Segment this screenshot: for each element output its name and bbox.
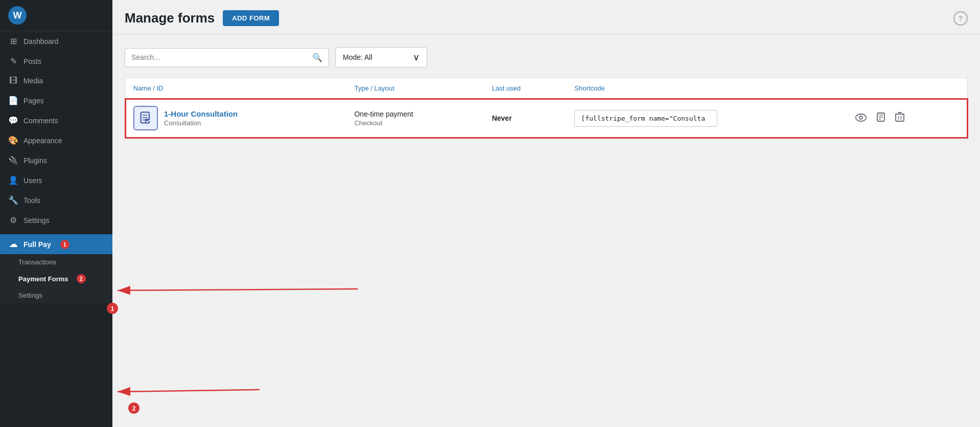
col-actions (847, 78, 967, 99)
search-box[interactable]: 🔍 (125, 48, 329, 67)
sidebar-subitem-transactions[interactable]: Transactions (0, 254, 112, 270)
forms-table: Name / ID Type / Layout Last used Shortc… (125, 78, 968, 138)
form-actions-cell (847, 99, 967, 138)
tools-icon: 🔧 (8, 195, 18, 205)
form-sub-label: Consultation (164, 119, 238, 127)
table-row: 1-Hour Consultation Consultation One-tim… (125, 99, 968, 138)
users-icon: 👤 (8, 175, 18, 185)
sidebar-subitem-settings[interactable]: Settings (0, 287, 112, 303)
posts-icon: ✎ (8, 56, 18, 66)
wp-logo: W (8, 6, 27, 25)
form-shortcode-cell: [fullstripe_form name="Consulta (566, 99, 847, 138)
fullpay-icon: ☁ (8, 239, 18, 249)
sidebar-subitem-payment-forms[interactable]: Payment Forms 2 (0, 270, 112, 287)
media-icon: 🎞 (8, 76, 18, 85)
sidebar: W ⊞ Dashboard ✎ Posts 🎞 Media 📄 Pages 💬 … (0, 0, 112, 427)
delete-icon[interactable] (895, 112, 904, 125)
sidebar-item-dashboard[interactable]: ⊞ Dashboard (0, 31, 112, 51)
page-header: Manage forms ADD FORM ? (112, 0, 980, 35)
action-icons (855, 112, 959, 125)
shortcode-box[interactable]: [fullstripe_form name="Consulta (574, 110, 717, 127)
sidebar-item-appearance[interactable]: 🎨 Appearance (0, 130, 112, 150)
col-last-used: Last used (484, 78, 567, 99)
payment-forms-badge: 2 (77, 274, 86, 283)
settings-icon: ⚙ (8, 215, 18, 225)
sidebar-item-media[interactable]: 🎞 Media (0, 71, 112, 91)
form-name-link[interactable]: 1-Hour Consultation (164, 109, 238, 118)
sidebar-item-settings[interactable]: ⚙ Settings (0, 210, 112, 230)
form-type-cell: One-time payment Checkout (346, 99, 483, 138)
sidebar-item-pages[interactable]: 📄 Pages (0, 91, 112, 110)
sidebar-item-fullpay[interactable]: ☁ Full Pay 1 (0, 234, 112, 254)
dashboard-icon: ⊞ (8, 36, 18, 46)
table-header-row: Name / ID Type / Layout Last used Shortc… (125, 78, 968, 99)
form-name-cell: 1-Hour Consultation Consultation (125, 99, 346, 138)
col-type-layout: Type / Layout (346, 78, 483, 99)
form-last-used-cell: Never (484, 99, 567, 138)
edit-icon[interactable] (876, 112, 886, 125)
page-title: Manage forms (125, 10, 215, 26)
mode-select[interactable]: Mode: All ∨ (335, 47, 427, 68)
svg-rect-10 (896, 114, 904, 121)
search-icon: 🔍 (312, 53, 322, 62)
add-form-button[interactable]: ADD FORM (223, 10, 279, 26)
sidebar-item-plugins[interactable]: 🔌 Plugins (0, 150, 112, 170)
sidebar-item-comments[interactable]: 💬 Comments (0, 110, 112, 130)
svg-point-5 (859, 116, 862, 119)
view-icon[interactable] (855, 113, 867, 124)
sidebar-item-posts[interactable]: ✎ Posts (0, 51, 112, 71)
fullpay-badge: 1 (60, 240, 69, 249)
col-shortcode: Shortcode (566, 78, 847, 99)
form-name-info: 1-Hour Consultation Consultation (164, 109, 238, 127)
plugins-icon: 🔌 (8, 155, 18, 165)
comments-icon: 💬 (8, 116, 18, 125)
sidebar-item-users[interactable]: 👤 Users (0, 170, 112, 190)
sidebar-item-tools[interactable]: 🔧 Tools (0, 190, 112, 210)
content-area: 🔍 Mode: All ∨ Name / ID Type / Layout La… (112, 35, 980, 427)
search-input[interactable] (131, 53, 308, 61)
col-name-id: Name / ID (125, 78, 346, 99)
help-icon[interactable]: ? (953, 11, 968, 26)
pages-icon: 📄 (8, 96, 18, 105)
appearance-icon: 🎨 (8, 136, 18, 145)
form-icon (133, 106, 158, 130)
filters-row: 🔍 Mode: All ∨ (125, 47, 968, 68)
fullpay-submenu: Transactions Payment Forms 2 Settings (0, 254, 112, 303)
main-content: Manage forms ADD FORM ? 🔍 Mode: All ∨ Na… (112, 0, 980, 427)
chevron-down-icon: ∨ (413, 52, 419, 63)
